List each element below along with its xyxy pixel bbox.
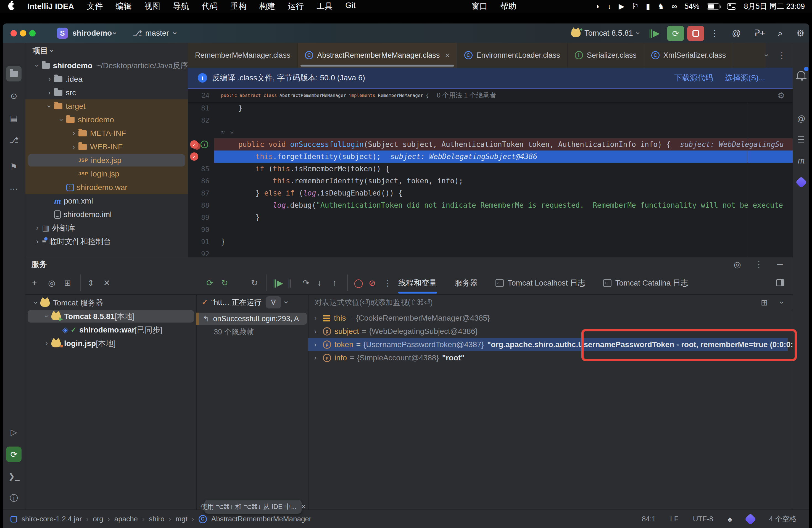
code-line-83[interactable]: ✓↑ public void onSuccessfulLogin(Subject… [188,138,793,150]
magsafe-icon[interactable]: ◗ [595,2,600,11]
chevron-right-icon[interactable]: › [33,224,42,232]
crumb-org[interactable]: org [93,515,103,523]
more-icon[interactable]: ⋮ [778,50,786,60]
services-panel-title[interactable]: 服务 [31,258,47,271]
window-titlebar[interactable]: S shirodemo › ⎇ master › ● Tomcat 8.5.81… [3,24,809,43]
code-line-90[interactable]: 90 [188,223,793,236]
search-icon[interactable]: ⌕ [778,24,783,43]
service-Tomcat 8.5.81[interactable]: ›▶Tomcat 8.5.81 [本地] [25,310,196,323]
encoding[interactable]: UTF-8 [693,515,713,523]
tab-Serializer.class[interactable]: ISerializer.class [568,43,644,68]
tree-item-target[interactable]: ›target [25,99,188,113]
code-line-82[interactable]: 82 [188,114,793,126]
menu-Git[interactable]: Git [345,1,356,12]
ai-assistant-icon[interactable]: @ [732,24,741,43]
tree-item-pom.xml[interactable]: mpom.xml [25,194,188,208]
stripe-bookmarks[interactable]: ⚑ [6,159,21,174]
tree-widget-icon[interactable]: ♠ [727,514,732,524]
code-line-81[interactable]: 81 } [188,102,793,114]
chevron-right-icon[interactable]: › [69,129,78,137]
crumb-shiro-core-1.2.4.jar[interactable]: shiro-core-1.2.4.jar [21,515,82,523]
code-line-87[interactable]: 87 } else if (log.isDebugEnabled()) { [188,187,793,199]
tree-item-META-INF[interactable]: ›META-INF [25,127,188,140]
line-ending[interactable]: LF [670,515,678,523]
menu-帮助[interactable]: 帮助 [500,1,516,12]
chevron-right-icon[interactable]: › [33,237,42,246]
menubar-clock[interactable]: 8月5日 周二 23:09 [744,1,805,11]
debug-rerun-debug-icon[interactable]: ↻ [221,278,228,288]
flag-icon[interactable]: ⚐ [632,2,639,11]
menu-视图[interactable]: 视图 [144,1,160,12]
stripe-maven[interactable]: m [794,152,809,168]
menu-窗口[interactable]: 窗口 [472,1,488,12]
stripe-structure[interactable]: ▤ [6,110,21,126]
crumb-mgt[interactable]: mgt [175,515,187,523]
debug-mute-breakpoints-icon[interactable]: ⊘ [369,278,376,288]
app-icon-1[interactable]: ▮ [646,2,650,11]
tree-item-login.jsp[interactable]: JSPlogin.jsp [25,167,188,180]
app-icon-2[interactable]: ♞ [657,2,664,11]
debug-more-icon[interactable]: ⋮ [383,278,392,288]
debug-step-out-icon[interactable]: ↑ [332,278,336,288]
screen-record-icon[interactable]: ▶ [619,2,624,11]
tree-item-.idea[interactable]: ›.idea [25,72,188,86]
close-icon[interactable]: × [445,51,449,60]
run-configuration[interactable]: ● Tomcat 8.5.81 › [571,24,640,43]
chevron-down-icon[interactable]: › [763,54,771,57]
tree-item-shirodemo.war[interactable]: ∷shirodemo.war [25,180,188,194]
tree-item-index.jsp[interactable]: JSPindex.jsp [25,153,188,167]
svc-tool-add[interactable]: + [32,278,37,288]
chevron-right-icon[interactable]: › [308,314,323,322]
stripe-ai-assistant[interactable]: @ [794,111,809,127]
apple-icon[interactable] [8,3,15,10]
branch-switcher[interactable]: master [145,24,169,43]
chevron-right-icon[interactable]: › [308,341,323,349]
minimize-window-button[interactable] [20,30,26,36]
add-watch-icon[interactable]: ⊞ [761,298,768,307]
menu-文件[interactable]: 文件 [87,1,103,12]
hide-panel-icon[interactable]: ─ [777,260,783,269]
code-line-91[interactable]: 91} [188,236,793,248]
chevron-right-icon[interactable]: › [45,88,54,97]
debug-tab-线程和变量[interactable]: 线程和变量 [398,271,437,295]
stop-button[interactable] [687,26,704,41]
rerun-debug-button[interactable]: ⟳ [667,26,684,41]
chevron-icon[interactable]: › [42,339,52,348]
service-login.jsp[interactable]: ›■login.jsp [本地] [25,337,196,350]
plugin-widget-icon[interactable] [744,513,756,525]
tab-EnvironmentLoader.class[interactable]: CEnvironmentLoader.class [457,43,568,68]
menu-导航[interactable]: 导航 [173,1,189,12]
project-switcher[interactable]: shirodemo [72,24,112,43]
debug-step-over-icon[interactable]: ↷ [302,278,309,288]
menu-编辑[interactable]: 编辑 [115,1,131,12]
debug-tab-服务器[interactable]: 服务器 [454,271,478,295]
frame-top[interactable]: ↰onSuccessfulLogin:293, A [196,312,308,325]
folded-region-icon[interactable]: ≈ ˅ [221,128,234,136]
code-line-92[interactable]: 92 [188,248,793,257]
code-line-88[interactable]: 88 log.debug("AuthenticationToken did no… [188,199,793,211]
tab-XmlSerializer.class[interactable]: CXmlSerializer.class [644,43,734,68]
caret-position[interactable]: 84:1 [642,515,656,523]
debug-view-breakpoints-icon[interactable]: ◯ [354,278,363,288]
chevron-down-icon[interactable]: › [58,115,65,124]
tree-item-shirodemo.iml[interactable]: shirodemo.iml [25,208,188,221]
code-line-84[interactable]: ✓ this.forgetIdentity(subject);subject: … [188,150,793,163]
stripe-plugin[interactable] [794,175,809,190]
settings-icon[interactable]: ⚙ [797,24,809,43]
svc-tool-collapse-all[interactable]: ✕ [103,278,110,288]
link-icon[interactable]: ∞ [672,2,677,11]
banner-action-下载源代码[interactable]: 下载源代码 [674,73,713,83]
code-line-89[interactable]: 89 } [188,211,793,223]
project-panel-header[interactable]: 项目› [25,43,188,59]
chevron-right-icon[interactable]: › [69,143,78,151]
tree-item-src[interactable]: ›src [25,86,188,99]
zoom-window-button[interactable] [29,30,35,36]
chevron-right-icon[interactable]: › [308,354,323,362]
thread-selector[interactable]: ✓ "htt… 正在运行 ∇ › [196,295,308,310]
close-icon[interactable]: × [302,503,305,511]
debug-pause-icon[interactable]: ∥ [288,278,292,288]
chevron-right-icon[interactable]: › [308,327,323,335]
stripe-problems[interactable]: ⓘ [6,490,21,506]
crumb-apache[interactable]: apache [114,515,138,523]
menu-重构[interactable]: 重构 [230,1,246,12]
